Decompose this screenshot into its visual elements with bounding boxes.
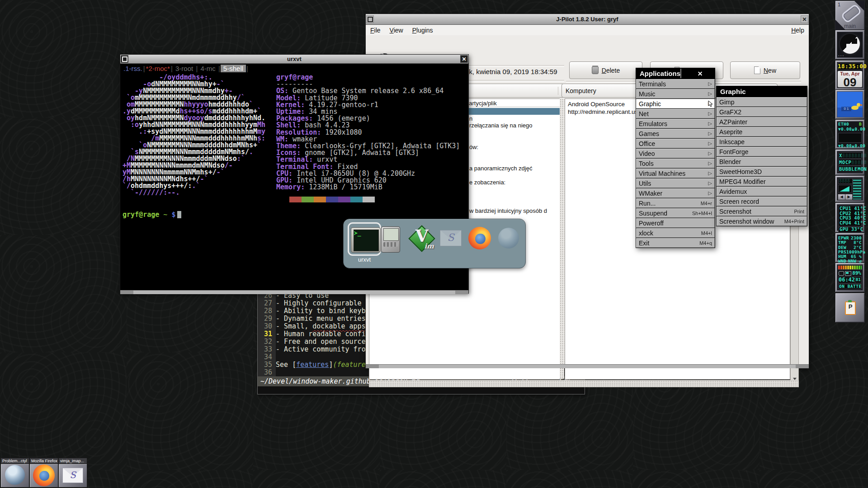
mixer-prev-button[interactable]: ◀ xyxy=(838,194,845,200)
menu-item-screenshot[interactable]: ScreenshotPrint xyxy=(716,206,807,216)
switcher-item-browser[interactable] xyxy=(495,225,522,251)
menu-item-mpeg4-modifier[interactable]: MPEG4 Modifier xyxy=(716,177,807,187)
miniwindow-mail[interactable]: vimja_imap... S xyxy=(59,458,87,487)
menu-item-virtual-machines[interactable]: Virtual Machines▷ xyxy=(636,169,715,178)
menu-view[interactable]: View xyxy=(385,25,408,36)
terminal-tab[interactable]: *2-moc* xyxy=(146,65,170,72)
memo-list-header[interactable]: partycja/plik xyxy=(466,100,497,107)
dockapp-battery[interactable]: 89% 06:42 B1 ON BATTE xyxy=(835,263,864,292)
switcher-item-jpilot[interactable] xyxy=(377,225,404,251)
menu-plugins[interactable]: Plugins xyxy=(408,25,438,36)
menu-item-fontforge[interactable]: FontForge xyxy=(716,147,807,157)
battery-index: B1 xyxy=(855,277,862,283)
dockapp-lcd-status[interactable]: X88888888 MOCP88888 BUBBLEMON xyxy=(835,150,864,175)
menu-item-exit[interactable]: ExitM4+q xyxy=(636,238,715,248)
lcd-status-row: X88888888 xyxy=(838,152,862,159)
menu-item-run-[interactable]: Run...M4+r xyxy=(636,198,715,208)
terminal-tab-bar[interactable]: .1-rss.|*2-moc*| 3-root | 4-mc |5-shell| xyxy=(123,65,249,72)
menu-item-screenshot-window[interactable]: Screenshot windowM4+Print xyxy=(716,216,807,226)
dockapp-netmon[interactable]: ETH0 B ▼0.00 ▲0.00 ▼0.00 ▲0.00 xyxy=(835,120,864,149)
menu-close-button[interactable]: ✕ xyxy=(680,69,715,78)
menu-item-wmaker[interactable]: WMaker▷ xyxy=(636,188,715,198)
dockapp-duckpond[interactable]: 0 1 xyxy=(835,90,864,119)
switcher-item-firefox[interactable] xyxy=(467,225,493,251)
vim-line-text: - Dynamic menu entries xyxy=(276,315,366,323)
mixer-volume-wedge[interactable] xyxy=(838,185,852,193)
menu-item-blender[interactable]: Blender xyxy=(716,157,807,167)
menu-file[interactable]: File xyxy=(366,25,385,36)
dockapp-phase[interactable]: ... xyxy=(835,30,864,59)
delete-button[interactable]: Delete xyxy=(569,61,642,79)
terminal-tab[interactable]: .1-rss. xyxy=(123,65,143,72)
memo-list-row[interactable]: rzełączania się na niego xyxy=(469,122,532,129)
switcher-item-urxvt[interactable]: ≻_ xyxy=(350,225,376,251)
dockapp-clipboard[interactable]: P xyxy=(835,293,864,322)
memo-list-row[interactable]: ów: xyxy=(469,144,478,150)
battery-status-text: ON BATTE xyxy=(838,284,862,289)
paperclip-icon xyxy=(840,4,862,24)
switcher-item-mail[interactable]: S xyxy=(438,225,464,251)
dockapp-mixer[interactable]: 8888 ◀ ▶ xyxy=(835,176,864,202)
pane-splitter-handle[interactable] xyxy=(560,99,564,379)
wmaker-clip[interactable]: 1 main xyxy=(835,1,864,30)
menu-item-inkscape[interactable]: Inkscape xyxy=(716,137,807,147)
switcher-item-vim[interactable]: V im xyxy=(409,225,435,251)
app-switcher-panel: ≻_ V im S urxvt xyxy=(343,219,526,268)
workspace-name: main xyxy=(835,23,864,29)
jpilot-miniaturize-button[interactable] xyxy=(366,15,374,23)
dockapp-weather[interactable]: EPWR2300 TMP8°C DEW2°C PRS1009hPa HUM65 … xyxy=(835,233,864,262)
menu-item-utils[interactable]: Utils▷ xyxy=(636,178,715,188)
terminal-resizebar[interactable] xyxy=(120,290,468,294)
jpilot-resizebar[interactable] xyxy=(366,364,809,368)
menu-item-net[interactable]: Net▷ xyxy=(636,109,715,119)
dockapp-clock[interactable]: 18:35:00 Tue, Apr 09 xyxy=(835,61,864,89)
memo-list-row[interactable]: a panoramicznych zdjęć xyxy=(469,165,532,172)
menu-item-azpainter[interactable]: AZPainter xyxy=(716,117,807,127)
terminal-tab[interactable]: 3-root xyxy=(173,65,196,72)
menu-item-video[interactable]: Video▷ xyxy=(636,149,715,159)
vim-command-line xyxy=(258,386,585,394)
menu-item-sweethome3d[interactable]: SweetHome3D xyxy=(716,167,807,177)
menu-item-aseprite[interactable]: Aseprite xyxy=(716,127,807,137)
menu-item-office[interactable]: Office▷ xyxy=(636,139,715,149)
terminal-miniaturize-button[interactable] xyxy=(121,55,128,63)
jpilot-bottom-scrollbar[interactable] xyxy=(369,380,799,387)
battery-icon xyxy=(845,271,851,276)
lcd-ghost: 88888888 xyxy=(842,153,867,158)
menu-item-poweroff[interactable]: Poweroff xyxy=(636,218,715,228)
menu-item-terminals[interactable]: Terminals▷ xyxy=(636,79,715,89)
menu-item-graphic[interactable]: Graphic▷ xyxy=(636,99,715,109)
menu-item-games[interactable]: Games▷ xyxy=(636,129,715,139)
terminal-titlebar[interactable]: urxvt ✕ xyxy=(120,55,468,64)
jpilot-close-button[interactable]: ✕ xyxy=(801,15,808,23)
terminal-tab[interactable]: 4-mc xyxy=(198,65,218,72)
terminal-tab[interactable]: 5-shell xyxy=(221,65,246,72)
menu-item-avidemux[interactable]: Avidemux xyxy=(716,187,807,197)
graphic-submenu-titlebar[interactable]: Graphic xyxy=(716,86,807,97)
miniwindow-firefox[interactable]: Mozilla Firefox xyxy=(30,458,58,487)
mixer-next-button[interactable]: ▶ xyxy=(845,194,852,200)
menu-item-music[interactable]: Music▷ xyxy=(636,89,715,99)
miniwindow-problem[interactable]: Problem...ctyl xyxy=(1,458,29,487)
menu-item-emulators[interactable]: Emulators▷ xyxy=(636,119,715,129)
memo-list-row[interactable]: n xyxy=(469,115,472,122)
menu-item-gimp[interactable]: Gimp xyxy=(716,97,807,107)
jpilot-titlebar[interactable]: J-Pilot 1.8.2 User: gryf ✕ xyxy=(366,14,809,25)
memo-list-row[interactable]: e zobaczenia: xyxy=(469,179,505,186)
clock-day: 09 xyxy=(838,77,862,88)
menu-item-xlock[interactable]: xlockM4+l xyxy=(636,228,715,238)
new-button[interactable]: New xyxy=(730,61,800,79)
globe-browser-icon xyxy=(498,228,519,249)
menu-item-grafx2[interactable]: GraFX2 xyxy=(716,107,807,117)
terminal-close-button[interactable]: ✕ xyxy=(460,55,468,63)
memo-list-row[interactable]: w bardziej intuicyjny sposób d xyxy=(469,207,547,214)
lcd-bright: MOCP xyxy=(839,160,851,165)
menu-item-tools[interactable]: Tools▷ xyxy=(636,159,715,169)
applications-menu-titlebar[interactable]: Applications ✕ xyxy=(636,68,715,79)
menu-item-susupend[interactable]: SusupendSh+M4+l xyxy=(636,208,715,218)
menu-item-screen-record[interactable]: Screen record xyxy=(716,197,807,206)
menu-help[interactable]: Help xyxy=(787,25,809,36)
phase-circle-icon xyxy=(840,34,860,54)
dockapp-temps[interactable]: CPU1 41°CCPU2 41°CCPU3 40°CCPU4 41°C GPU… xyxy=(835,203,864,232)
vim-line-number: 35 xyxy=(258,361,276,369)
